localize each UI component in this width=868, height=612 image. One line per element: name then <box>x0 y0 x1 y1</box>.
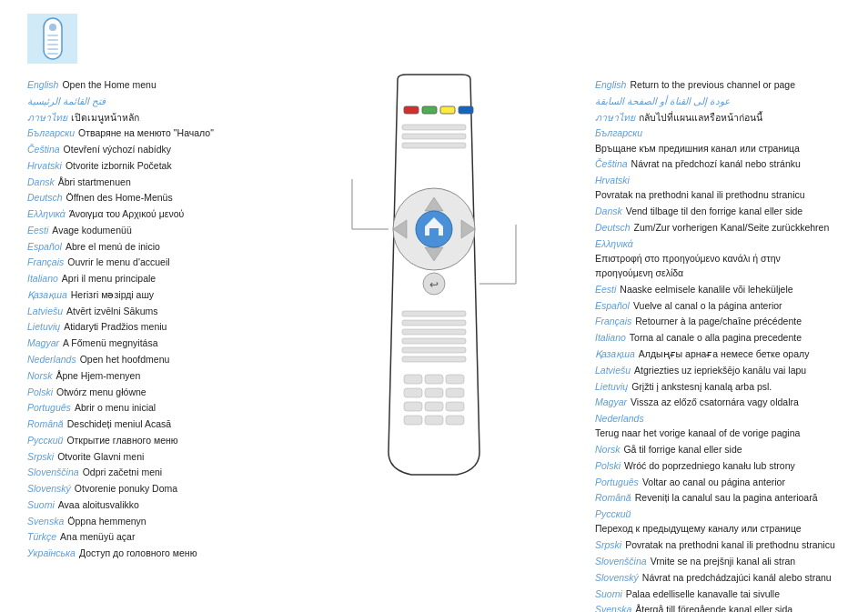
lang-name: Ελληνικά <box>27 206 66 221</box>
svg-rect-35 <box>446 388 464 397</box>
lang-name: Magyar <box>595 395 627 409</box>
lang-name: Nederlands <box>595 411 644 426</box>
lang-entry: NederlandsOpen het hoofdmenu <box>27 352 273 366</box>
lang-name: Български <box>27 125 75 140</box>
lang-text: Vrnite se na prejšnji kanal ali stran <box>651 554 796 568</box>
lang-text: Vuelve al canal o la página anterior <box>633 298 782 313</box>
lang-name: Suomi <box>595 587 622 601</box>
lang-entry: ҚазақшаАлдыңғы арнаға немесе бетке оралу <box>595 346 841 361</box>
lang-name: Lietuvių <box>595 379 628 394</box>
lang-entry: ΕλληνικάΆνοιγμα του Αρχικού μενού <box>27 206 273 221</box>
lang-entry: SlovenščinaOdpri začetni meni <box>27 465 273 479</box>
lang-name: English <box>27 77 58 92</box>
lang-text: Άνοιγμα του Αρχικού μενού <box>69 206 184 221</box>
svg-rect-7 <box>404 106 419 114</box>
arabic-text: فتح القائمة الرئيسية <box>27 94 106 108</box>
lang-text: Povratak na prethodni kanal ili prethodn… <box>625 537 835 552</box>
lang-text: Otvorite Glavni meni <box>57 449 144 464</box>
lang-name: Svenska <box>595 602 631 612</box>
lang-name: Čeština <box>595 156 628 171</box>
lang-entry: PolskiWróć do poprzedniego kanału lub st… <box>595 458 841 473</box>
lang-name: Magyar <box>27 336 59 350</box>
lang-name: Português <box>27 400 71 415</box>
svg-text:↩: ↩ <box>429 278 439 291</box>
svg-rect-11 <box>402 125 466 130</box>
lang-entry: DeutschZum/Zur vorherigen Kanal/Seite zu… <box>595 220 841 235</box>
lang-text: Abrir o menu inicial <box>75 400 156 415</box>
lang-entry: HrvatskiPovratak na prethodni kanal ili … <box>595 173 841 203</box>
lang-entry: ภาษาไทยเปิดเมนูหน้าหลัก <box>27 110 273 125</box>
svg-rect-36 <box>404 402 422 411</box>
lang-entry: УкраїнськаДоступ до головного меню <box>27 546 273 560</box>
lang-text: Öppna hemmenyn <box>67 514 146 528</box>
lang-entry: RomânăReveniți la canalul sau la pagina … <box>595 490 841 505</box>
lang-entry: ภาษาไทยกลับไปที่แผนแลหรือหน้าก่อนนี้ <box>595 110 841 125</box>
lang-name: Srpski <box>27 449 54 464</box>
lang-entry: EspañolVuelve al canal o la página anter… <box>595 298 841 313</box>
lang-entry: TürkçeAna menüyü açar <box>27 529 273 544</box>
lang-text: Otvorite izbornik Početak <box>66 158 172 173</box>
lang-text: Открытие главного меню <box>66 433 177 447</box>
lang-entry: LietuviųAtidaryti Pradžios meniu <box>27 319 273 334</box>
lang-name: Français <box>27 255 64 269</box>
lang-name: Português <box>595 475 639 489</box>
lang-text: Переход к предыдущему каналу или страниц… <box>595 521 802 536</box>
lang-entry: SlovenskýOtvorenie ponuky Doma <box>27 481 273 496</box>
lang-entry: ҚазақшаНегізгі мәзірді ашу <box>27 287 273 302</box>
lang-text: Öffnen des Home-Menüs <box>66 190 173 205</box>
lang-entry: БългарскиВръщане към предишния канал или… <box>595 125 841 156</box>
remote-icon-box <box>27 14 77 64</box>
lang-text: Wróć do poprzedniego kanału lub strony <box>624 458 795 473</box>
lang-entry: SlovenskýNávrat na predchádzajúci kanál … <box>595 570 841 585</box>
lang-text: Otvorenie ponuky Doma <box>75 481 177 496</box>
svg-rect-24 <box>402 311 466 316</box>
lang-name: Español <box>595 298 630 313</box>
svg-rect-6 <box>47 53 58 55</box>
lang-name: Norsk <box>27 368 52 383</box>
lang-entry: HrvatskiOtvorite izbornik Početak <box>27 158 273 173</box>
lang-text: Otwórz menu główne <box>56 385 146 399</box>
lang-entry: LatviešuAtgriezties uz iepriekšējo kanāl… <box>595 363 841 377</box>
remote-icon-svg <box>39 16 66 62</box>
lang-name: Deutsch <box>27 190 63 205</box>
lang-text: Ana menüyü açar <box>60 529 135 544</box>
lang-name: Čeština <box>27 142 60 156</box>
lang-entry: SvenskaÅtergå till föregående kanal elle… <box>595 602 841 612</box>
lang-name: Türkçe <box>27 529 56 544</box>
lang-name: Slovenský <box>595 570 639 585</box>
lang-text: Vend tilbage til den forrige kanal eller… <box>626 204 802 218</box>
lang-name: Italiano <box>27 271 58 286</box>
lang-entry: РусскийПереход к предыдущему каналу или … <box>595 507 841 537</box>
lang-entry: NorskGå til forrige kanal eller side <box>595 442 841 456</box>
lang-entry: FrançaisOuvrir le menu d'accueil <box>27 255 273 269</box>
lang-entry: PolskiOtwórz menu główne <box>27 385 273 399</box>
center-column: ↩ <box>282 0 586 612</box>
lang-entry: FrançaisRetourner à la page/chaîne précé… <box>595 314 841 328</box>
lang-entry: SuomiPalaa edelliselle kanavalle tai siv… <box>595 587 841 601</box>
lang-text: Atidaryti Pradžios meniu <box>64 319 167 334</box>
lang-text: Naaske eelmisele kanalile või leheküljel… <box>620 282 792 296</box>
svg-rect-30 <box>404 375 422 384</box>
lang-text: Atvērt izvēlni Sākums <box>66 304 157 318</box>
lang-text: Återgå till föregående kanal eller sida <box>635 602 792 612</box>
lang-name: Eesti <box>27 223 48 237</box>
lang-name: Română <box>595 490 631 505</box>
arabic-text: عودة إلى القناة أو الصفحة السابقة <box>595 94 730 108</box>
lang-entry: EestiNaaske eelmisele kanalile või lehek… <box>595 282 841 296</box>
lang-text: Voltar ao canal ou página anterior <box>642 475 785 489</box>
lang-text: Otevření výchozí nabídky <box>64 142 171 156</box>
lang-entry: EspañolAbre el menú de inicio <box>27 239 273 254</box>
svg-rect-13 <box>402 143 466 148</box>
lang-entry: DanskVend tilbage til den forrige kanal … <box>595 204 841 218</box>
lang-name: Svenska <box>27 514 64 528</box>
lang-entry: БългарскиОтваряне на менюто "Начало" <box>27 125 273 140</box>
lang-name: Български <box>595 125 642 140</box>
lang-text: Отваряне на менюто "Начало" <box>78 125 214 140</box>
lang-name: Lietuvių <box>27 319 60 334</box>
lang-text: Негізгі мәзірді ашу <box>71 287 154 302</box>
lang-entry: MagyarA Főmenü megnyitása <box>27 336 273 350</box>
lang-name: English <box>595 77 626 92</box>
lang-name: Dansk <box>27 175 55 189</box>
svg-rect-25 <box>402 320 466 326</box>
lang-text: Open het hoofdmenu <box>80 352 170 366</box>
